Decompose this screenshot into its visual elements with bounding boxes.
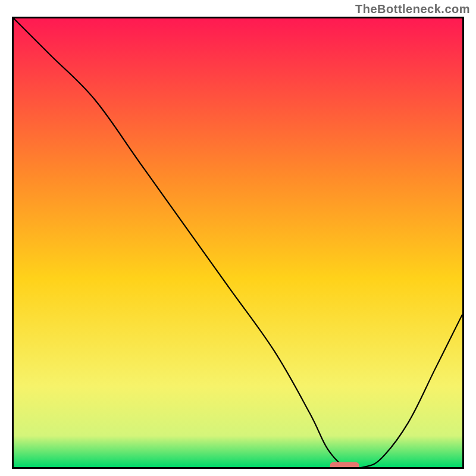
- plot-area: [12, 17, 464, 469]
- svg-rect-1: [330, 462, 359, 468]
- watermark-text: TheBottleneck.com: [355, 2, 470, 16]
- optimal-marker: [14, 18, 462, 467]
